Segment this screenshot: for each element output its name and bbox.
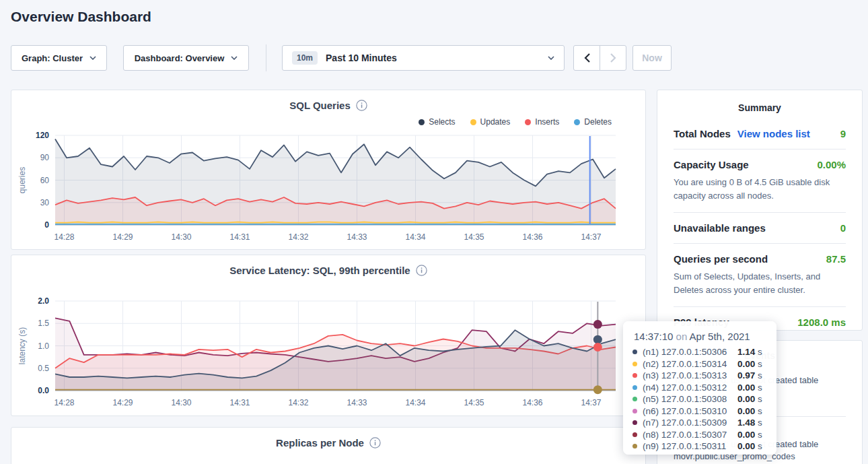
total-nodes-value: 9: [840, 128, 846, 139]
svg-text:14:31: 14:31: [229, 398, 250, 407]
legend-item-selects[interactable]: Selects: [419, 117, 455, 127]
svg-text:14:31: 14:31: [229, 232, 250, 242]
chart-legend: SelectsUpdatesInsertsDeletes: [419, 117, 612, 127]
node-latency-value: 0.00 s: [737, 394, 767, 404]
capacity-usage-value: 0.00%: [817, 159, 846, 170]
chevron-down-icon: [548, 56, 554, 60]
legend-item-inserts[interactable]: Inserts: [525, 117, 559, 127]
node-address: (n1) 127.0.0.1:50306: [643, 347, 732, 357]
tooltip-node-row: (n7) 127.0.0.1:503091.48 s: [632, 417, 767, 429]
svg-text:14:34: 14:34: [405, 232, 425, 242]
capacity-usage-label: Capacity Usage: [674, 159, 749, 170]
chart-hover-tooltip: 14:37:10 on Apr 5th, 2021 (n1) 127.0.0.1…: [623, 321, 776, 455]
svg-text:14:33: 14:33: [347, 232, 367, 242]
node-address: (n8) 127.0.0.1:50307: [643, 430, 732, 440]
tooltip-node-row: (n1) 127.0.0.1:503061.14 s: [632, 346, 767, 358]
tooltip-date: Apr 5th, 2021: [690, 331, 750, 342]
svg-text:2.0: 2.0: [38, 296, 49, 306]
legend-item-updates[interactable]: Updates: [470, 117, 511, 127]
tooltip-node-row: (n9) 127.0.0.1:503110.00 s: [632, 440, 767, 453]
svg-text:60: 60: [40, 176, 50, 185]
node-color-dot: [632, 397, 637, 401]
svg-text:14:36: 14:36: [522, 232, 542, 242]
node-address: (n3) 127.0.0.1:50313: [643, 370, 732, 380]
view-nodes-list-link[interactable]: View nodes list: [737, 128, 834, 139]
svg-text:14:36: 14:36: [522, 398, 542, 407]
node-address: (n6) 127.0.0.1:50310: [643, 406, 732, 416]
sql-queries-plot[interactable]: 14:2814:2914:3014:3114:3214:3314:3414:35…: [11, 131, 645, 245]
queries-per-second-desc: Sum of Selects, Updates, Inserts, and De…: [674, 270, 846, 297]
tooltip-time: 14:37:10: [634, 331, 673, 342]
info-icon[interactable]: [369, 437, 381, 449]
tooltip-on: on: [676, 331, 688, 342]
graph-dropdown[interactable]: Graph: Cluster: [11, 45, 107, 71]
service-latency-card: Service Latency: SQL, 99th percentile 14…: [11, 255, 646, 416]
tooltip-node-row: (n4) 127.0.0.1:503120.00 s: [632, 382, 767, 394]
info-icon[interactable]: [416, 265, 427, 276]
chevron-left-icon: [584, 53, 590, 63]
chevron-down-icon: [231, 56, 238, 60]
legend-dot: [525, 119, 531, 125]
node-color-dot: [632, 432, 637, 437]
legend-dot: [470, 119, 476, 125]
chevron-down-icon: [89, 56, 96, 60]
tooltip-timestamp: 14:37:10 on Apr 5th, 2021: [634, 331, 767, 342]
node-latency-value: 0.00 s: [737, 441, 767, 451]
legend-dot: [574, 119, 580, 125]
node-latency-value: 1.14 s: [737, 347, 767, 357]
time-prev-button[interactable]: [573, 45, 600, 71]
now-button[interactable]: Now: [632, 45, 672, 71]
divider: [674, 212, 846, 213]
divider: [674, 306, 846, 307]
divider: [674, 243, 846, 244]
time-range-label: Past 10 Minutes: [326, 53, 540, 63]
svg-text:queries: queries: [17, 167, 27, 193]
chevron-right-icon: [610, 53, 616, 63]
node-latency-value: 1.48 s: [737, 418, 767, 428]
service-latency-plot[interactable]: 14:2814:2914:3014:3114:3214:3314:3414:35…: [11, 296, 645, 410]
total-nodes-row: Total Nodes View nodes list 9: [674, 128, 846, 139]
node-color-dot: [632, 373, 637, 378]
legend-dot: [419, 119, 425, 125]
legend-item-deletes[interactable]: Deletes: [574, 117, 612, 127]
unavailable-ranges-row: Unavailable ranges 0: [674, 222, 846, 234]
svg-text:14:29: 14:29: [112, 232, 133, 242]
svg-text:0: 0: [44, 220, 49, 230]
queries-per-second-value: 87.5: [826, 253, 846, 265]
unavailable-ranges-label: Unavailable ranges: [674, 222, 766, 234]
graph-dropdown-label: Graph: Cluster: [22, 53, 83, 63]
node-color-dot: [632, 420, 637, 425]
svg-text:14:30: 14:30: [171, 232, 191, 242]
time-range-badge: 10m: [292, 51, 318, 65]
capacity-usage-row: Capacity Usage 0.00%: [674, 159, 846, 170]
queries-per-second-label: Queries per second: [674, 253, 768, 265]
tooltip-node-row: (n3) 127.0.0.1:503130.97 s: [632, 370, 767, 382]
node-address: (n2) 127.0.0.1:50314: [643, 359, 732, 369]
svg-text:14:32: 14:32: [288, 398, 308, 407]
svg-text:latency (s): latency (s): [17, 327, 27, 364]
summary-title: Summary: [674, 102, 846, 113]
tooltip-node-row: (n8) 127.0.0.1:503070.00 s: [632, 429, 767, 441]
time-next-button[interactable]: [600, 45, 626, 71]
svg-text:14:30: 14:30: [171, 398, 191, 407]
node-latency-value: 0.97 s: [737, 370, 767, 380]
time-range-dropdown[interactable]: 10m Past 10 Minutes: [282, 45, 565, 71]
svg-text:14:29: 14:29: [112, 398, 133, 407]
divider: [674, 149, 846, 150]
unavailable-ranges-value: 0: [840, 222, 846, 234]
dashboard-dropdown[interactable]: Dashboard: Overview: [123, 45, 249, 71]
chart-title-latency-text: Service Latency: SQL, 99th percentile: [229, 265, 410, 276]
chart-title-sql: SQL Queries: [11, 100, 645, 111]
svg-text:14:33: 14:33: [347, 398, 367, 407]
svg-text:0.5: 0.5: [38, 364, 49, 373]
tooltip-node-row: (n2) 127.0.0.1:503140.00 s: [632, 358, 767, 370]
svg-text:14:35: 14:35: [464, 398, 484, 407]
total-nodes-label: Total Nodes: [674, 128, 731, 139]
svg-text:14:32: 14:32: [288, 232, 308, 242]
toolbar-divider: [266, 44, 266, 71]
svg-text:120: 120: [36, 131, 49, 140]
node-color-dot: [632, 444, 637, 449]
svg-text:14:28: 14:28: [54, 398, 74, 407]
info-icon[interactable]: [356, 100, 367, 111]
node-latency-value: 0.00 s: [737, 406, 767, 416]
